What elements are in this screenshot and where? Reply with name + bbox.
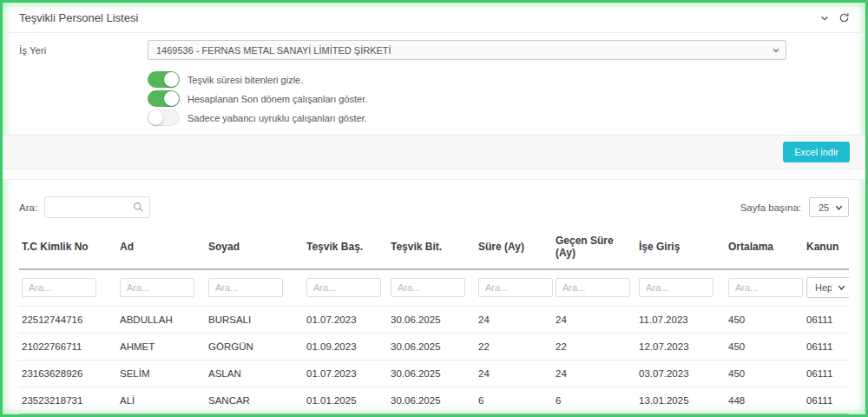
table-cell: 24 bbox=[553, 307, 636, 334]
filter-input-1[interactable] bbox=[120, 278, 194, 297]
table-cell: 450 bbox=[726, 307, 804, 334]
excel-download-button[interactable]: Excel indir bbox=[783, 142, 850, 162]
table-cell: 22 bbox=[553, 334, 636, 361]
filter-input-2[interactable] bbox=[208, 278, 283, 297]
workplace-select[interactable]: 1469536 - FERNAS METAL SANAYİ LİMİTED Şİ… bbox=[148, 40, 786, 60]
kanun-filter-select[interactable]: Hepsi bbox=[806, 277, 849, 298]
table-cell: 6 bbox=[553, 387, 636, 415]
search-icon bbox=[133, 202, 144, 213]
table-cell: 03.07.2023 bbox=[636, 361, 726, 387]
toggle-hide-expired[interactable] bbox=[148, 71, 180, 88]
table-cell: 06111 bbox=[804, 387, 849, 415]
table-cell: SELİM bbox=[117, 361, 206, 387]
table-panel: Ara: Sayfa başına: 25 bbox=[3, 180, 865, 417]
table-cell: 24 bbox=[476, 361, 553, 387]
chevron-down-icon bbox=[835, 203, 843, 211]
table-cell: 450 bbox=[726, 334, 804, 361]
table-row[interactable]: 23523218731ALİSANCAR01.01.202530.06.2025… bbox=[19, 387, 849, 415]
panel-header: Teşvikli Personel Listesi bbox=[3, 3, 865, 33]
toggle-label: Teşvik süresi bitenleri gizle. bbox=[187, 75, 303, 85]
table-cell: GÖRGÜN bbox=[206, 334, 304, 361]
table-cell: 01.01.2025 bbox=[304, 387, 388, 415]
table-cell: 24 bbox=[476, 307, 553, 334]
filter-input-4[interactable] bbox=[391, 278, 465, 297]
table-row[interactable]: 23163628926SELİMASLAN01.07.202330.06.202… bbox=[19, 361, 849, 387]
table-cell: 01.09.2023 bbox=[304, 334, 388, 361]
table-cell: 30.06.2025 bbox=[388, 361, 476, 387]
column-header-6[interactable]: Geçen Süre (Ay) bbox=[553, 228, 636, 269]
table-cell: 30.06.2025 bbox=[388, 387, 476, 415]
table-row[interactable]: 21022766711AHMETGÖRGÜN01.09.202330.06.20… bbox=[19, 334, 849, 361]
refresh-icon[interactable] bbox=[838, 12, 850, 23]
chevron-down-icon bbox=[772, 46, 780, 55]
table-header-row: T.C Kimlik NoAdSoyadTeşvik Baş.Teşvik Bi… bbox=[19, 228, 849, 269]
panel-body: İş Yeri 1469536 - FERNAS METAL SANAYİ Lİ… bbox=[3, 33, 865, 135]
toggle-knob bbox=[148, 110, 163, 125]
table-toolbar: Ara: Sayfa başına: 25 bbox=[19, 180, 849, 228]
table-cell: ALİ bbox=[117, 387, 206, 415]
section-divider bbox=[3, 169, 865, 180]
table-cell: 21022766711 bbox=[19, 334, 117, 361]
search-label: Ara: bbox=[19, 202, 37, 213]
table-cell: 22 bbox=[476, 334, 553, 361]
table-cell: 23163628926 bbox=[19, 361, 117, 387]
toggle-foreign-only[interactable] bbox=[148, 109, 180, 126]
toggle-knob bbox=[164, 72, 179, 87]
toggle-label: Hesaplanan Son dönem çalışanları göster. bbox=[187, 94, 367, 104]
filter-input-5[interactable] bbox=[478, 278, 553, 297]
table-cell: BURSALI bbox=[206, 307, 304, 334]
table-cell: 30.06.2025 bbox=[388, 307, 476, 334]
column-header-5[interactable]: Süre (Ay) bbox=[476, 228, 553, 269]
table-cell: 448 bbox=[726, 387, 804, 415]
page: Teşvikli Personel Listesi İş Yeri 146953… bbox=[0, 0, 868, 417]
column-header-4[interactable]: Teşvik Bit. bbox=[388, 228, 476, 269]
table-cell: ASLAN bbox=[206, 361, 304, 387]
table-body: Hepsi22512744716ABDULLAHBURSALI01.07.202… bbox=[19, 269, 849, 414]
table-cell: SANCAR bbox=[206, 387, 304, 415]
column-header-9[interactable]: Kanun bbox=[804, 228, 849, 269]
chevron-down-icon bbox=[838, 284, 845, 292]
table-cell: 450 bbox=[726, 361, 804, 387]
toggle-label: Sadece yabancı uyruklu çalışanları göste… bbox=[187, 113, 367, 123]
workplace-label: İş Yeri bbox=[19, 45, 148, 56]
table-cell: 22512744716 bbox=[19, 307, 117, 334]
column-header-0[interactable]: T.C Kimlik No bbox=[19, 228, 117, 269]
table-cell: 01.07.2023 bbox=[304, 361, 388, 387]
table-cell: 13.01.2025 bbox=[636, 387, 726, 415]
workplace-select-value: 1469536 - FERNAS METAL SANAYİ LİMİTED Şİ… bbox=[156, 45, 391, 56]
panel-footer: Excel indir bbox=[3, 135, 865, 169]
page-size-select[interactable]: 25 bbox=[809, 197, 849, 217]
page-size-label: Sayfa başına: bbox=[740, 202, 801, 213]
filter-input-8[interactable] bbox=[728, 278, 803, 297]
column-header-1[interactable]: Ad bbox=[117, 228, 206, 269]
toggle-row: Hesaplanan Son dönem çalışanları göster. bbox=[148, 90, 850, 107]
column-header-2[interactable]: Soyad bbox=[206, 228, 304, 269]
personnel-table: T.C Kimlik NoAdSoyadTeşvik Baş.Teşvik Bi… bbox=[19, 228, 849, 415]
table-cell: 06111 bbox=[804, 334, 849, 361]
column-header-7[interactable]: İşe Giriş bbox=[636, 228, 726, 269]
column-header-3[interactable]: Teşvik Baş. bbox=[304, 228, 388, 269]
table-cell: AHMET bbox=[117, 334, 206, 361]
toggle-group: Teşvik süresi bitenleri gizle. Hesaplana… bbox=[148, 71, 850, 126]
filter-input-6[interactable] bbox=[556, 278, 630, 297]
table-cell: 01.07.2023 bbox=[304, 307, 388, 334]
table-cell: 24 bbox=[553, 361, 636, 387]
table-row[interactable]: 22512744716ABDULLAHBURSALI01.07.202330.0… bbox=[19, 307, 849, 334]
kanun-filter-value: Hepsi bbox=[815, 282, 832, 293]
column-header-8[interactable]: Ortalama bbox=[726, 228, 804, 269]
filter-input-0[interactable] bbox=[22, 278, 96, 297]
table-cell: ABDULLAH bbox=[117, 307, 206, 334]
filter-input-3[interactable] bbox=[306, 278, 381, 297]
toggle-show-last-period[interactable] bbox=[148, 90, 180, 107]
table-cell: 06111 bbox=[804, 307, 849, 334]
page-title: Teşvikli Personel Listesi bbox=[19, 11, 138, 24]
filter-input-7[interactable] bbox=[639, 278, 713, 297]
toggle-knob bbox=[164, 91, 179, 106]
collapse-chevron-icon[interactable] bbox=[819, 13, 830, 23]
table-cell: 6 bbox=[476, 387, 553, 415]
column-filter-row: Hepsi bbox=[19, 269, 849, 307]
table-cell: 30.06.2025 bbox=[388, 334, 476, 361]
table-cell: 12.07.2023 bbox=[636, 334, 726, 361]
toggle-row: Teşvik süresi bitenleri gizle. bbox=[148, 71, 850, 88]
toggle-row: Sadece yabancı uyruklu çalışanları göste… bbox=[148, 109, 850, 126]
